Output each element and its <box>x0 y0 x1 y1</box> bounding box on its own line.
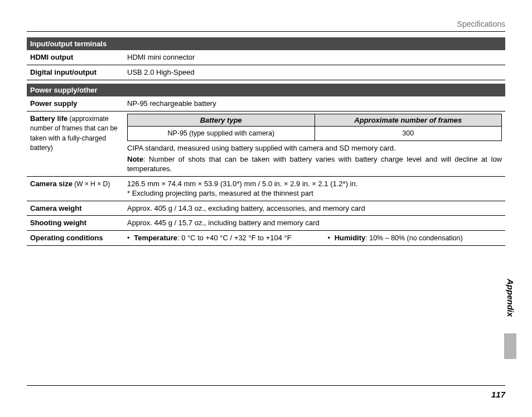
camera-size-paren: (W × H × D) <box>72 180 110 188</box>
battery-life-cell: Battery type Approximate number of frame… <box>124 111 505 176</box>
battery-type-head: Battery type <box>128 114 315 127</box>
section-power-title: Power supply/other <box>27 84 505 97</box>
camera-size-label: Camera size (W × H × D) <box>27 176 124 201</box>
camera-weight-value: Approx. 405 g / 14.3 oz., excluding batt… <box>124 201 505 216</box>
battery-note-text: : Number of shots that can be taken with… <box>127 155 502 173</box>
row-digital: Digital input/output USB 2.0 High-Speed <box>27 65 505 80</box>
shooting-weight-label: Shooting weight <box>27 216 124 231</box>
camera-size-cell: 126.5 mm × 74.4 mm × 53.9 (31.0*) mm / 5… <box>124 176 505 201</box>
operating-conditions-label: Operating conditions <box>27 230 124 245</box>
bullet-icon: • <box>327 234 332 242</box>
battery-life-label: Battery life (approximate number of fram… <box>27 111 124 176</box>
battery-table-row: NP-95 (type supplied with camera) 300 <box>128 127 502 141</box>
running-head: Specifications <box>27 19 505 32</box>
battery-table-head: Battery type Approximate number of frame… <box>128 114 502 127</box>
row-hdmi: HDMI output HDMI mini connector <box>27 50 505 65</box>
camera-weight-label: Camera weight <box>27 201 124 216</box>
row-camera-weight: Camera weight Approx. 405 g / 14.3 oz., … <box>27 201 505 216</box>
temp-item: • Temperature: 0 °C to +40 °C / +32 °F t… <box>127 233 327 243</box>
page: Specifications Input/output terminals HD… <box>0 0 532 417</box>
battery-cipa: CIPA standard, measured using battery su… <box>127 141 502 153</box>
row-power-supply: Power supply NP-95 rechargeable battery <box>27 96 505 111</box>
hdmi-label: HDMI output <box>27 50 124 65</box>
battery-frames-head: Approximate number of frames <box>315 114 502 127</box>
camera-size-footnote: * Excluding projecting parts, measured a… <box>127 188 502 198</box>
footer-rule <box>27 385 505 386</box>
battery-note: Note: Number of shots that can be taken … <box>127 153 502 174</box>
power-supply-label: Power supply <box>27 96 124 111</box>
battery-frames-cell: 300 <box>315 127 502 141</box>
battery-life-label-text: Battery life <box>30 114 67 123</box>
row-battery-life: Battery life (approximate number of fram… <box>27 111 505 176</box>
hum-item: • Humidity: 10% – 80% (no condensation) <box>327 233 502 243</box>
running-head-text: Specifications <box>457 19 505 30</box>
bullet-icon: • <box>127 234 132 242</box>
row-operating-conditions: Operating conditions • Temperature: 0 °C… <box>27 230 505 245</box>
operating-conditions-cell: • Temperature: 0 °C to +40 °C / +32 °F t… <box>124 230 505 245</box>
row-camera-size: Camera size (W × H × D) 126.5 mm × 74.4 … <box>27 176 505 201</box>
temp-label: Temperature <box>134 234 177 242</box>
io-table: HDMI output HDMI mini connector Digital … <box>27 50 505 80</box>
hdmi-value: HDMI mini connector <box>124 50 505 65</box>
hum-label: Humidity <box>335 234 366 242</box>
section-io-title: Input/output terminals <box>27 37 505 51</box>
content: Input/output terminals HDMI output HDMI … <box>27 32 505 246</box>
shooting-weight-value: Approx. 445 g / 15.7 oz., including batt… <box>124 216 505 231</box>
battery-note-label: Note <box>127 155 143 163</box>
page-number: 117 <box>491 389 505 400</box>
side-tab-label: Appendix <box>505 279 516 317</box>
digital-value: USB 2.0 High-Speed <box>124 65 505 80</box>
power-table: Power supply NP-95 rechargeable battery … <box>27 96 505 246</box>
camera-size-label-text: Camera size <box>30 180 72 188</box>
digital-label: Digital input/output <box>27 65 124 80</box>
power-supply-value: NP-95 rechargeable battery <box>124 96 505 111</box>
battery-table: Battery type Approximate number of frame… <box>127 114 502 141</box>
row-shooting-weight: Shooting weight Approx. 445 g / 15.7 oz.… <box>27 216 505 231</box>
camera-size-value: 126.5 mm × 74.4 mm × 53.9 (31.0*) mm / 5… <box>127 179 502 189</box>
side-tab-stub <box>504 333 516 359</box>
temp-value: : 0 °C to +40 °C / +32 °F to +104 °F <box>177 234 292 242</box>
hum-value: : 10% – 80% (no condensation) <box>365 234 462 242</box>
battery-type-cell: NP-95 (type supplied with camera) <box>128 127 315 141</box>
